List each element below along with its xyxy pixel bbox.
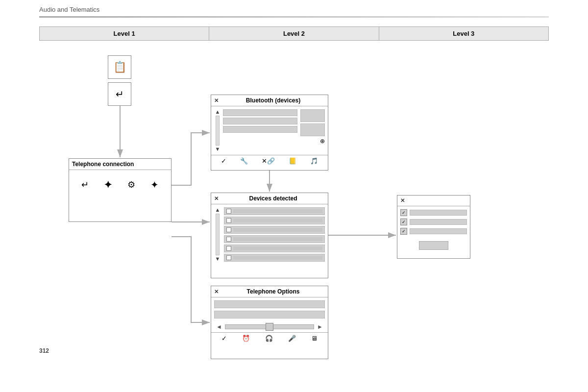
level3-row: ✓ — [400, 219, 467, 225]
dev-scrollbar[interactable]: ▲ ▼ — [214, 207, 221, 262]
tel-slider-track[interactable] — [225, 324, 314, 329]
dev-scroll-up[interactable]: ▲ — [215, 207, 220, 213]
bt-panel-1 — [300, 109, 325, 122]
bluetooth-wifi-icon: ⊕ — [300, 138, 325, 145]
level3-rows: ✓ ✓ ✓ — [397, 206, 470, 255]
tel-connection-title: Telephone connection — [69, 159, 171, 170]
tel-confirm-icon[interactable]: ✓ — [221, 335, 227, 342]
dev-detected-title: ✕ Devices detected — [211, 193, 328, 204]
bt-list-item[interactable] — [223, 126, 297, 133]
bt-disconnect-icon[interactable]: ✕🔗 — [262, 157, 275, 165]
scroll-down-arrow[interactable]: ▼ — [215, 147, 220, 152]
bluetooth-devices-box: ✕ Bluetooth (devices) ▲ ▼ — [211, 95, 328, 171]
scroll-up-arrow[interactable]: ▲ — [215, 109, 220, 115]
dev-checkbox[interactable] — [226, 246, 231, 251]
bt-list — [223, 109, 297, 152]
dev-checkbox[interactable] — [226, 255, 231, 260]
level3-checkbox-1[interactable]: ✓ — [400, 209, 407, 216]
phone-list-icon-box: 📋 — [108, 55, 131, 79]
level1-header: Level 1 — [40, 27, 209, 40]
level3-header: Level 3 — [379, 27, 548, 40]
levels-table: Level 1 Level 2 Level 3 — [39, 26, 549, 41]
level3-row: ✓ — [400, 228, 467, 235]
bt-wrench-icon[interactable]: 🔧 — [240, 157, 248, 165]
tel-display-icon[interactable]: 🖥 — [311, 335, 318, 342]
level2-header: Level 2 — [209, 27, 379, 40]
bt-small-panels: ⊕ — [300, 109, 325, 152]
enter-icon-box: ↵ — [108, 82, 131, 106]
diagram-area: 📋 ↵ Telephone connection ↵ ✦ ⚙ ✦ ✕ Bluet… — [39, 46, 549, 359]
dev-checkbox[interactable] — [226, 227, 231, 232]
level3-row: ✓ — [400, 209, 467, 216]
bluetooth-search-icon[interactable]: ✦ — [150, 179, 159, 191]
phone-list-icon: 📋 — [113, 61, 126, 74]
bt-close-button[interactable]: ✕ — [214, 98, 219, 104]
bluetooth-icon[interactable]: ✦ — [104, 179, 112, 191]
bt-phonebook-icon[interactable]: 📒 — [289, 157, 296, 165]
tel-options-bars — [211, 297, 328, 321]
bt-devices-title: ✕ Bluetooth (devices) — [211, 95, 328, 106]
header-divider — [39, 16, 549, 18]
bt-audio-icon[interactable]: 🎵 — [310, 157, 318, 165]
dev-checkbox[interactable] — [226, 209, 231, 214]
bt-list-item[interactable] — [223, 118, 297, 124]
dev-item[interactable] — [224, 245, 325, 252]
dev-list — [224, 207, 325, 262]
bt-scrollbar[interactable]: ▲ ▼ — [214, 109, 221, 152]
level3-bar-3 — [410, 228, 467, 234]
bt-panel-2 — [300, 123, 325, 136]
level3-box: ✕ ✓ ✓ ✓ — [397, 195, 470, 259]
level3-checkbox-2[interactable]: ✓ — [400, 219, 407, 225]
tel-options-close-button[interactable]: ✕ — [214, 289, 219, 295]
tel-connection-icons: ↵ ✦ ⚙ ✦ — [69, 170, 171, 199]
bt-list-item[interactable] — [223, 109, 297, 116]
telephone-options-box: ✕ Telephone Options ◄ ► ✓ ⏰ 🎧 🎤 🖥 — [211, 286, 328, 359]
dev-list-area: ▲ ▼ — [211, 204, 328, 265]
dev-item[interactable] — [224, 254, 325, 262]
dev-scroll-down[interactable]: ▼ — [215, 256, 220, 262]
dev-checkbox[interactable] — [226, 237, 231, 242]
page-title: Audio and Telematics — [39, 6, 99, 13]
bt-action-icons: ✓ 🔧 ✕🔗 📒 🎵 — [211, 155, 328, 167]
tel-slider-row: ◄ ► — [211, 321, 328, 332]
tel-earphone-icon[interactable]: 🎤 — [288, 335, 296, 342]
dev-item[interactable] — [224, 235, 325, 243]
page-number: 312 — [39, 347, 49, 354]
slider-left-arrow[interactable]: ◄ — [216, 323, 222, 330]
slider-right-arrow[interactable]: ► — [317, 323, 323, 330]
bt-confirm-icon[interactable]: ✓ — [221, 157, 226, 165]
return-icon[interactable]: ↵ — [81, 179, 89, 190]
telephone-connection-box: Telephone connection ↵ ✦ ⚙ ✦ — [69, 158, 172, 222]
level3-close-button[interactable]: ✕ — [400, 197, 405, 204]
level3-checkbox-3[interactable]: ✓ — [400, 228, 407, 235]
dev-item[interactable] — [224, 217, 325, 224]
enter-icon: ↵ — [116, 88, 124, 100]
devices-detected-box: ✕ Devices detected ▲ ▼ — [211, 193, 328, 278]
tel-options-icons: ✓ ⏰ 🎧 🎤 🖥 — [211, 332, 328, 344]
dev-checkbox[interactable] — [226, 218, 231, 223]
tel-slider-thumb[interactable] — [266, 323, 273, 331]
tel-opt-bar-1 — [214, 300, 325, 308]
page-header: Audio and Telematics — [0, 0, 588, 16]
level3-bar-1 — [410, 210, 467, 216]
tel-headphone-icon[interactable]: 🎧 — [265, 335, 273, 342]
level3-confirm-button[interactable] — [419, 241, 448, 250]
dev-item[interactable] — [224, 207, 325, 215]
tel-options-title: ✕ Telephone Options — [211, 286, 328, 297]
tel-opt-bar-2 — [214, 311, 325, 318]
tel-clock-icon[interactable]: ⏰ — [242, 335, 250, 342]
level3-title: ✕ — [397, 196, 470, 206]
settings-bluetooth-icon[interactable]: ⚙ — [127, 179, 135, 190]
dev-item[interactable] — [224, 226, 325, 234]
dev-close-button[interactable]: ✕ — [214, 196, 219, 202]
level3-bar-2 — [410, 219, 467, 225]
